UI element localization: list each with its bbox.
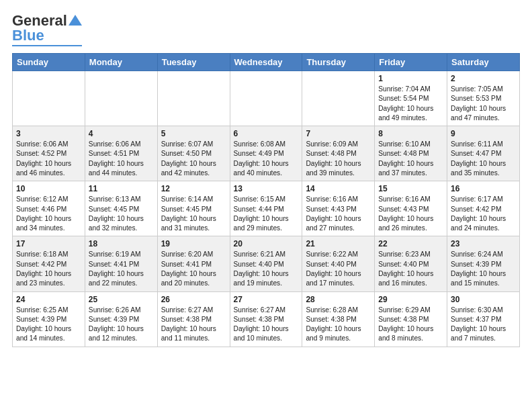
day-info: Sunrise: 6:07 AM Sunset: 4:50 PM Dayligh… (161, 140, 226, 178)
day-info: Sunrise: 6:08 AM Sunset: 4:49 PM Dayligh… (234, 140, 299, 178)
day-number: 18 (89, 239, 154, 248)
calendar-cell (302, 71, 375, 126)
calendar-cell: 4Sunrise: 6:06 AM Sunset: 4:51 PM Daylig… (85, 126, 157, 181)
day-number: 6 (234, 129, 299, 138)
day-info: Sunrise: 6:27 AM Sunset: 4:38 PM Dayligh… (161, 306, 226, 344)
calendar-cell: 21Sunrise: 6:22 AM Sunset: 4:40 PM Dayli… (302, 236, 375, 291)
day-number: 22 (378, 239, 443, 248)
day-info: Sunrise: 6:26 AM Sunset: 4:39 PM Dayligh… (89, 306, 154, 344)
calendar-cell: 9Sunrise: 6:11 AM Sunset: 4:47 PM Daylig… (447, 126, 520, 181)
calendar-cell: 22Sunrise: 6:23 AM Sunset: 4:40 PM Dayli… (375, 236, 447, 291)
day-info: Sunrise: 6:19 AM Sunset: 4:41 PM Dayligh… (89, 250, 154, 288)
day-number: 19 (161, 239, 226, 248)
day-info: Sunrise: 6:27 AM Sunset: 4:38 PM Dayligh… (234, 306, 299, 344)
day-number: 10 (16, 184, 81, 193)
day-info: Sunrise: 6:14 AM Sunset: 4:45 PM Dayligh… (161, 195, 226, 233)
calendar-cell: 15Sunrise: 6:16 AM Sunset: 4:43 PM Dayli… (375, 181, 447, 236)
day-number: 16 (451, 184, 516, 193)
calendar-cell: 8Sunrise: 6:10 AM Sunset: 4:48 PM Daylig… (375, 126, 447, 181)
calendar-cell: 11Sunrise: 6:13 AM Sunset: 4:45 PM Dayli… (85, 181, 157, 236)
day-info: Sunrise: 6:16 AM Sunset: 4:43 PM Dayligh… (378, 195, 443, 233)
calendar-cell: 20Sunrise: 6:21 AM Sunset: 4:40 PM Dayli… (230, 236, 302, 291)
day-info: Sunrise: 7:04 AM Sunset: 5:54 PM Dayligh… (378, 85, 443, 123)
day-number: 17 (16, 239, 81, 248)
page: General Blue SundayMondayTuesdayWednesda… (0, 0, 532, 411)
day-info: Sunrise: 6:22 AM Sunset: 4:40 PM Dayligh… (306, 250, 371, 288)
logo: General Blue (12, 12, 82, 46)
day-number: 26 (161, 295, 226, 304)
day-info: Sunrise: 7:05 AM Sunset: 5:53 PM Dayligh… (451, 85, 516, 123)
calendar-week-row: 24Sunrise: 6:25 AM Sunset: 4:39 PM Dayli… (13, 291, 520, 347)
header: General Blue (12, 12, 520, 46)
calendar-cell: 16Sunrise: 6:17 AM Sunset: 4:42 PM Dayli… (447, 181, 520, 236)
logo-icon (69, 15, 82, 26)
day-info: Sunrise: 6:30 AM Sunset: 4:37 PM Dayligh… (451, 306, 516, 344)
calendar-week-row: 10Sunrise: 6:12 AM Sunset: 4:46 PM Dayli… (13, 181, 520, 236)
weekday-header: Thursday (302, 54, 375, 71)
weekday-header: Saturday (447, 54, 520, 71)
day-info: Sunrise: 6:25 AM Sunset: 4:39 PM Dayligh… (16, 306, 81, 344)
calendar-week-row: 1Sunrise: 7:04 AM Sunset: 5:54 PM Daylig… (13, 71, 520, 126)
day-number: 28 (306, 295, 371, 304)
day-number: 27 (234, 295, 299, 304)
svg-marker-0 (69, 15, 82, 26)
day-info: Sunrise: 6:23 AM Sunset: 4:40 PM Dayligh… (378, 250, 443, 288)
calendar-cell: 12Sunrise: 6:14 AM Sunset: 4:45 PM Dayli… (157, 181, 230, 236)
calendar-week-row: 17Sunrise: 6:18 AM Sunset: 4:42 PM Dayli… (13, 236, 520, 291)
day-number: 15 (378, 184, 443, 193)
calendar-cell (85, 71, 157, 126)
day-number: 23 (451, 239, 516, 248)
calendar: SundayMondayTuesdayWednesdayThursdayFrid… (12, 53, 520, 347)
calendar-cell (157, 71, 230, 126)
calendar-cell: 19Sunrise: 6:20 AM Sunset: 4:41 PM Dayli… (157, 236, 230, 291)
weekday-header: Monday (85, 54, 157, 71)
day-number: 24 (16, 295, 81, 304)
day-number: 14 (306, 184, 371, 193)
day-info: Sunrise: 6:06 AM Sunset: 4:52 PM Dayligh… (16, 140, 81, 178)
day-number: 4 (89, 129, 154, 138)
logo-underline (12, 45, 82, 46)
logo-blue: Blue (12, 27, 44, 44)
day-info: Sunrise: 6:06 AM Sunset: 4:51 PM Dayligh… (89, 140, 154, 178)
day-number: 29 (378, 295, 443, 304)
day-info: Sunrise: 6:24 AM Sunset: 4:39 PM Dayligh… (451, 250, 516, 288)
day-info: Sunrise: 6:09 AM Sunset: 4:48 PM Dayligh… (306, 140, 371, 178)
day-number: 2 (451, 74, 516, 83)
day-number: 8 (378, 129, 443, 138)
day-number: 13 (234, 184, 299, 193)
calendar-cell: 18Sunrise: 6:19 AM Sunset: 4:41 PM Dayli… (85, 236, 157, 291)
calendar-cell: 6Sunrise: 6:08 AM Sunset: 4:49 PM Daylig… (230, 126, 302, 181)
calendar-cell: 17Sunrise: 6:18 AM Sunset: 4:42 PM Dayli… (13, 236, 85, 291)
day-info: Sunrise: 6:21 AM Sunset: 4:40 PM Dayligh… (234, 250, 299, 288)
day-info: Sunrise: 6:12 AM Sunset: 4:46 PM Dayligh… (16, 195, 81, 233)
day-number: 1 (378, 74, 443, 83)
weekday-header: Sunday (13, 54, 85, 71)
day-info: Sunrise: 6:13 AM Sunset: 4:45 PM Dayligh… (89, 195, 154, 233)
calendar-cell: 2Sunrise: 7:05 AM Sunset: 5:53 PM Daylig… (447, 71, 520, 126)
calendar-cell: 1Sunrise: 7:04 AM Sunset: 5:54 PM Daylig… (375, 71, 447, 126)
day-info: Sunrise: 6:29 AM Sunset: 4:38 PM Dayligh… (378, 306, 443, 344)
day-number: 7 (306, 129, 371, 138)
day-number: 9 (451, 129, 516, 138)
day-info: Sunrise: 6:16 AM Sunset: 4:43 PM Dayligh… (306, 195, 371, 233)
day-info: Sunrise: 6:18 AM Sunset: 4:42 PM Dayligh… (16, 250, 81, 288)
calendar-cell: 30Sunrise: 6:30 AM Sunset: 4:37 PM Dayli… (447, 291, 520, 347)
day-info: Sunrise: 6:15 AM Sunset: 4:44 PM Dayligh… (234, 195, 299, 233)
weekday-header: Tuesday (157, 54, 230, 71)
day-info: Sunrise: 6:17 AM Sunset: 4:42 PM Dayligh… (451, 195, 516, 233)
day-info: Sunrise: 6:20 AM Sunset: 4:41 PM Dayligh… (161, 250, 226, 288)
calendar-header-row: SundayMondayTuesdayWednesdayThursdayFrid… (13, 54, 520, 71)
day-number: 3 (16, 129, 81, 138)
day-number: 11 (89, 184, 154, 193)
weekday-header: Wednesday (230, 54, 302, 71)
day-number: 21 (306, 239, 371, 248)
calendar-cell (13, 71, 85, 126)
calendar-cell: 10Sunrise: 6:12 AM Sunset: 4:46 PM Dayli… (13, 181, 85, 236)
day-number: 20 (234, 239, 299, 248)
calendar-cell: 29Sunrise: 6:29 AM Sunset: 4:38 PM Dayli… (375, 291, 447, 347)
day-info: Sunrise: 6:28 AM Sunset: 4:38 PM Dayligh… (306, 306, 371, 344)
calendar-cell: 13Sunrise: 6:15 AM Sunset: 4:44 PM Dayli… (230, 181, 302, 236)
calendar-cell: 24Sunrise: 6:25 AM Sunset: 4:39 PM Dayli… (13, 291, 85, 347)
calendar-cell: 28Sunrise: 6:28 AM Sunset: 4:38 PM Dayli… (302, 291, 375, 347)
calendar-cell: 23Sunrise: 6:24 AM Sunset: 4:39 PM Dayli… (447, 236, 520, 291)
